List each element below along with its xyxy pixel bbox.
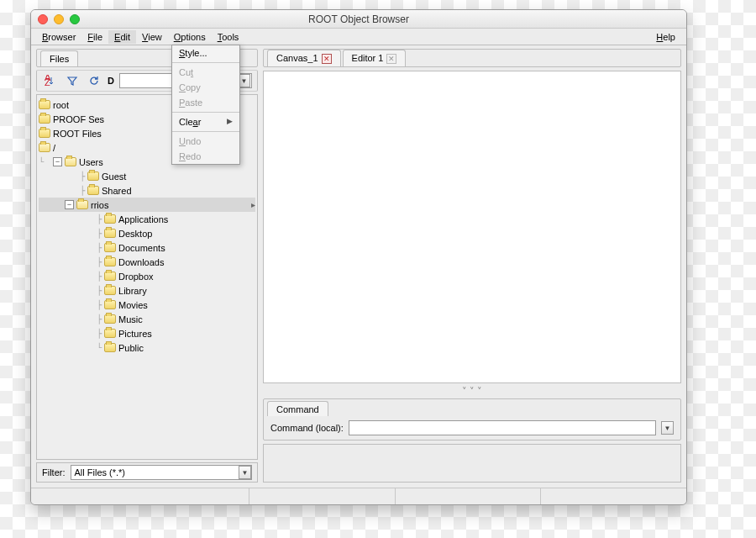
folder-icon xyxy=(104,214,116,224)
command-input[interactable] xyxy=(349,420,656,435)
filter-value: All Files (*.*) xyxy=(75,467,126,477)
menu-browser[interactable]: Browser xyxy=(36,30,81,44)
folder-icon xyxy=(87,186,99,195)
menuitem-cut: Cut xyxy=(172,65,239,80)
folder-icon xyxy=(104,300,116,309)
folder-icon xyxy=(87,171,99,181)
canvas-area[interactable] xyxy=(263,71,681,383)
titlebar[interactable]: ROOT Object Browser xyxy=(31,10,686,29)
status-cell xyxy=(31,488,249,504)
menuitem-style[interactable]: Style... xyxy=(172,45,239,61)
tree-item-applications[interactable]: ├Applications xyxy=(39,212,255,226)
tree-item-pictures[interactable]: ├Pictures xyxy=(39,326,255,340)
folder-icon xyxy=(104,343,116,352)
close-tab-icon[interactable]: ✕ xyxy=(322,54,332,64)
right-tabstrip: Canvas_1✕ Editor 1✕ xyxy=(263,49,681,67)
command-tabstrip: Command xyxy=(264,399,680,416)
splitter-handle[interactable]: ˅˅˅ xyxy=(263,387,681,395)
menu-separator xyxy=(172,112,239,113)
folder-icon xyxy=(104,229,116,238)
sort-icon[interactable]: AZ xyxy=(42,72,59,89)
folder-icon xyxy=(39,100,50,109)
menuitem-paste: Paste xyxy=(172,95,239,110)
folder-open-icon xyxy=(65,157,76,166)
status-cell xyxy=(395,488,541,504)
menu-separator xyxy=(172,131,239,132)
filter-label: Filter: xyxy=(42,467,66,477)
tab-editor[interactable]: Editor 1✕ xyxy=(343,50,407,66)
edit-dropdown-menu: Style... Cut Copy Paste Clear▶ Undo Redo xyxy=(171,45,240,165)
output-panel[interactable] xyxy=(263,444,681,483)
chevron-down-icon[interactable]: ▼ xyxy=(661,421,674,435)
folder-icon xyxy=(104,243,116,252)
tree-item-guest[interactable]: ├Guest xyxy=(39,169,255,183)
tree-item-downloads[interactable]: ├Downloads xyxy=(39,255,255,269)
menu-file[interactable]: File xyxy=(81,30,108,44)
tree-item-public[interactable]: └Public xyxy=(39,340,255,355)
folder-open-icon xyxy=(39,143,50,152)
folder-icon xyxy=(39,114,50,124)
folder-open-icon xyxy=(76,200,88,209)
command-label: Command (local): xyxy=(270,423,344,433)
tree-item-dropbox[interactable]: ├Dropbox xyxy=(39,269,255,283)
menu-edit[interactable]: Edit xyxy=(108,30,136,44)
tab-files[interactable]: Files xyxy=(40,50,78,66)
chevron-down-icon[interactable]: ▼ xyxy=(239,466,251,479)
window-title: ROOT Object Browser xyxy=(31,13,686,25)
folder-icon xyxy=(39,129,50,138)
status-bar xyxy=(31,488,686,504)
tree-item-desktop[interactable]: ├Desktop xyxy=(39,226,255,240)
menu-view[interactable]: View xyxy=(136,30,168,44)
filter-select[interactable]: All Files (*.*) ▼ xyxy=(71,465,253,480)
menuitem-clear[interactable]: Clear▶ xyxy=(172,114,239,129)
folder-icon xyxy=(104,286,116,295)
refresh-icon[interactable] xyxy=(86,72,102,89)
root-object-browser-window: ROOT Object Browser Browser File Edit Vi… xyxy=(30,9,687,505)
right-pane: Canvas_1✕ Editor 1✕ ˅˅˅ Command Command … xyxy=(263,49,681,483)
menuitem-copy: Copy xyxy=(172,80,239,95)
toolbar-d-label: D xyxy=(108,76,114,86)
tab-command[interactable]: Command xyxy=(267,401,328,416)
close-tab-icon[interactable]: ✕ xyxy=(386,54,396,64)
menu-tools[interactable]: Tools xyxy=(212,30,245,44)
grip-icon: ˅ xyxy=(477,386,482,397)
folder-icon xyxy=(104,257,116,266)
tree-item-shared[interactable]: ├Shared xyxy=(39,183,255,198)
filter-bar: Filter: All Files (*.*) ▼ xyxy=(36,462,258,483)
chevron-right-icon: ▸ xyxy=(251,200,255,209)
tab-canvas[interactable]: Canvas_1✕ xyxy=(267,50,341,66)
grip-icon: ˅ xyxy=(462,386,467,397)
status-cell xyxy=(540,488,686,504)
collapse-icon[interactable]: − xyxy=(65,200,74,209)
grip-icon: ˅ xyxy=(470,386,475,397)
tree-item-documents[interactable]: ├Documents xyxy=(39,240,255,255)
menubar: Browser File Edit View Options Tools Hel… xyxy=(31,29,686,45)
tree-item-movies[interactable]: ├Movies xyxy=(39,298,255,312)
main-body: Files AZ D ▼ root PROOF Ses ROOT Files xyxy=(31,45,686,488)
tree-item-library[interactable]: ├Library xyxy=(39,283,255,298)
status-cell xyxy=(249,488,395,504)
filter-icon[interactable] xyxy=(64,72,81,89)
svg-text:Z: Z xyxy=(45,77,50,87)
menuitem-redo: Redo xyxy=(172,149,239,164)
folder-icon xyxy=(104,329,116,338)
folder-icon xyxy=(104,314,116,324)
menuitem-undo: Undo xyxy=(172,134,239,149)
tree-item-music[interactable]: ├Music xyxy=(39,312,255,326)
submenu-arrow-icon: ▶ xyxy=(227,117,233,127)
menu-help[interactable]: Help xyxy=(650,30,681,44)
command-panel: Command Command (local): ▼ xyxy=(263,398,681,440)
tree-item-rrios[interactable]: −rrios▸ xyxy=(39,198,255,212)
menu-separator xyxy=(172,62,239,63)
folder-icon xyxy=(104,272,116,281)
collapse-icon[interactable]: − xyxy=(53,157,62,166)
menu-options[interactable]: Options xyxy=(168,30,212,44)
